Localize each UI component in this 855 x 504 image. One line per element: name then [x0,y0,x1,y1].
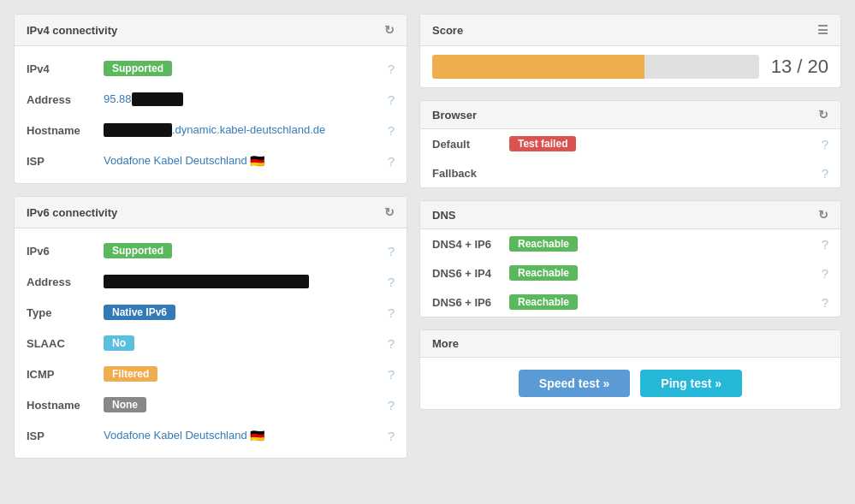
ipv4-hostname-row: Hostname .dynamic.kabel-deutschland.de ? [15,115,407,145]
ipv6-isp-row: ISP Vodafone Kabel Deutschland 🇩🇪 ? [15,420,407,451]
browser-fallback-row: Fallback ? [420,158,840,187]
ipv6-type-label: Type [27,306,104,319]
speed-test-button[interactable]: Speed test » [519,370,630,397]
browser-refresh-icon[interactable]: ↻ [818,108,828,122]
ipv6-hostname-badge: None [104,397,146,412]
ipv4-ipv4-value: Supported [104,61,388,76]
score-list-icon[interactable]: ☰ [817,23,828,37]
ipv4-isp-row: ISP Vodafone Kabel Deutschland 🇩🇪 ? [15,145,407,176]
score-title: Score [432,24,463,37]
dns-row-2: DNS6 + IP6 Reachable ? [420,288,840,317]
dns-info-icon-0[interactable]: ? [822,237,828,252]
dns-value-1: Reachable [509,265,822,281]
browser-card-body: Default Test failed ? Fallback ? [420,129,840,187]
ipv4-address-redacted [132,92,183,106]
browser-fallback-label: Fallback [432,167,509,180]
ipv4-hostname-info-icon[interactable]: ? [388,123,395,138]
ipv4-hostname-redacted [104,123,172,137]
ipv6-hostname-row: Hostname None ? [15,389,407,420]
ipv6-isp-value: Vodafone Kabel Deutschland 🇩🇪 [104,429,388,443]
ipv6-ipv6-info-icon[interactable]: ? [388,244,395,258]
browser-default-row: Default Test failed ? [420,129,840,158]
ipv6-type-info-icon[interactable]: ? [388,305,395,320]
more-card: More Speed test » Ping test » [419,329,841,410]
ipv6-icmp-label: ICMP [27,368,104,381]
ipv6-type-row: Type Native IPv6 ? [15,297,407,328]
ipv6-address-redacted [104,275,309,288]
score-bar-fill [432,55,644,79]
ipv6-ipv6-value: Supported [104,243,388,258]
dns-label-0: DNS4 + IP6 [432,238,509,251]
ipv6-slaac-info-icon[interactable]: ? [388,336,395,351]
ipv6-supported-badge: Supported [104,243,172,258]
ipv4-card-header: IPv4 connectivity ↻ [15,15,407,46]
dns-row-0: DNS4 + IP6 Reachable ? [420,229,840,258]
ipv4-address-text: 95.88 [104,92,132,105]
ipv4-address-info-icon[interactable]: ? [388,92,395,107]
ipv4-isp-label: ISP [27,155,104,168]
browser-default-info-icon[interactable]: ? [822,137,828,151]
ipv4-card-body: IPv4 Supported ? Address 95.88 ? Hostn [15,46,407,183]
score-display: 13 / 20 [771,56,828,78]
ipv4-title: IPv4 connectivity [27,24,117,37]
dns-label-2: DNS6 + IP6 [432,296,509,309]
ipv4-refresh-icon[interactable]: ↻ [384,23,395,37]
dns-badge-0: Reachable [509,236,578,252]
ipv6-type-value: Native IPv6 [104,305,388,320]
ipv4-address-label: Address [27,93,104,106]
ipv4-isp-text: Vodafone Kabel Deutschland [104,154,247,167]
ipv6-address-value [104,275,388,289]
ipv4-isp-flag: 🇩🇪 [250,154,264,168]
ping-test-button[interactable]: Ping test » [640,370,742,397]
ipv6-isp-flag: 🇩🇪 [250,429,264,442]
dns-card-body: DNS4 + IP6 Reachable ? DNS6 + IP4 Reacha… [420,229,840,317]
score-bar-container: 13 / 20 [420,46,840,87]
ipv6-isp-label: ISP [27,430,104,442]
browser-card: Browser ↻ Default Test failed ? Fallback… [419,100,841,188]
dns-info-icon-1[interactable]: ? [822,266,828,281]
ipv6-title: IPv6 connectivity [27,206,117,219]
more-card-body: Speed test » Ping test » [420,358,840,409]
ipv6-icmp-value: Filtered [104,366,388,382]
ipv4-ipv4-row: IPv4 Supported ? [15,53,407,84]
ipv6-slaac-label: SLAAC [27,337,104,350]
ipv6-isp-text: Vodafone Kabel Deutschland [104,429,247,442]
ipv4-address-value: 95.88 [104,92,388,107]
dns-row-1: DNS6 + IP4 Reachable ? [420,258,840,288]
ipv6-ipv6-label: IPv6 [27,245,104,258]
ipv4-supported-badge: Supported [104,61,172,76]
ipv6-hostname-value: None [104,397,388,412]
dns-badge-1: Reachable [509,265,578,281]
ipv6-card-body: IPv6 Supported ? Address ? Type [15,228,407,458]
ipv6-address-info-icon[interactable]: ? [388,275,395,289]
ipv6-type-badge: Native IPv6 [104,305,175,320]
ipv4-hostname-text: .dynamic.kabel-deutschland.de [172,123,325,136]
dns-value-0: Reachable [509,236,822,252]
score-bar-track [432,55,759,79]
dns-card-header: DNS ↻ [420,201,840,229]
ipv6-slaac-badge: No [104,335,134,351]
browser-default-badge: Test failed [509,136,576,151]
ipv6-slaac-value: No [104,335,388,351]
dns-info-icon-2[interactable]: ? [822,295,828,310]
ipv6-isp-info-icon[interactable]: ? [388,429,395,443]
ipv6-card: IPv6 connectivity ↻ IPv6 Supported ? Add… [14,196,407,459]
ipv6-ipv6-row: IPv6 Supported ? [15,235,407,266]
browser-card-header: Browser ↻ [420,101,840,129]
ipv6-icmp-info-icon[interactable]: ? [388,367,395,382]
ipv4-isp-info-icon[interactable]: ? [388,154,395,169]
ipv4-ipv4-label: IPv4 [27,62,104,75]
ipv6-refresh-icon[interactable]: ↻ [384,205,395,219]
more-card-header: More [420,330,840,358]
ipv4-hostname-label: Hostname [27,124,104,137]
ipv4-isp-value: Vodafone Kabel Deutschland 🇩🇪 [104,154,388,169]
dns-refresh-icon[interactable]: ↻ [818,208,828,222]
dns-label-1: DNS6 + IP4 [432,267,509,280]
ipv6-address-label: Address [27,276,104,288]
ipv4-ipv4-info-icon[interactable]: ? [388,62,395,76]
browser-fallback-info-icon[interactable]: ? [822,166,828,181]
ipv6-card-header: IPv6 connectivity ↻ [15,197,407,228]
ipv6-address-row: Address ? [15,266,407,297]
ipv6-hostname-info-icon[interactable]: ? [388,398,395,412]
score-card-header: Score ☰ [420,15,840,46]
